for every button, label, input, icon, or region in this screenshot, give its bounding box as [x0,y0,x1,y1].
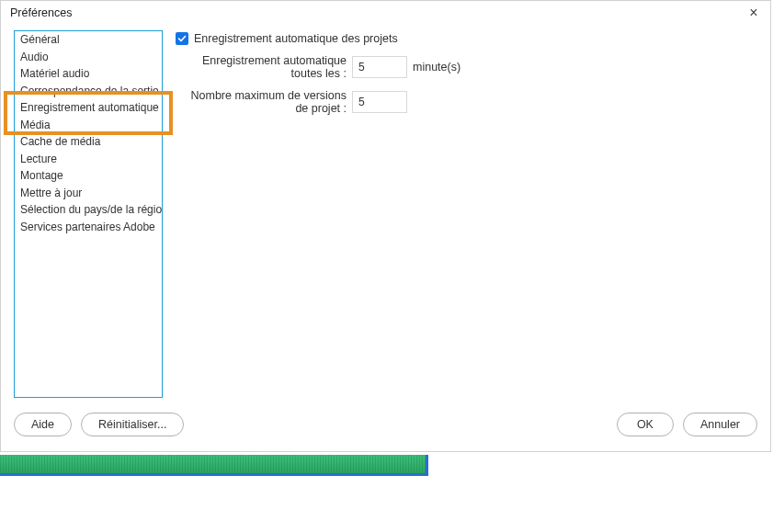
sidebar-item-playback[interactable]: Lecture [15,151,162,168]
sidebar-item-audio[interactable]: Audio [15,49,162,66]
ok-button[interactable]: OK [617,413,674,436]
sidebar-item-media-cache[interactable]: Cache de média [15,133,162,151]
maxversions-row: Nombre maximum de versions de projet : [176,89,761,115]
interval-unit: minute(s) [413,61,460,74]
interval-row: Enregistrement automatique toutes les : … [176,54,761,80]
sidebar-item-autosave[interactable]: Enregistrement automatique [15,99,162,117]
dialog-header: Préférences × [1,1,770,25]
help-button[interactable]: Aide [14,413,72,436]
dialog-footer: Aide Réinitialiser... OK Annuler [1,409,770,446]
autosave-checkbox-row: Enregistrement automatique des projets [176,32,761,45]
footer-left: Aide Réinitialiser... [14,413,184,436]
maxversions-label: Nombre maximum de versions de projet : [176,89,347,115]
close-icon[interactable]: × [745,6,763,20]
preferences-dialog: Préférences × Général Audio Matériel aud… [0,0,771,452]
sidebar-item-update[interactable]: Mettre à jour [15,185,162,202]
cancel-button[interactable]: Annuler [683,413,757,436]
preferences-sidebar: Général Audio Matériel audio Corresponda… [14,30,163,398]
sidebar-item-audio-output-mapping[interactable]: Correspondance de la sortie audio [15,83,162,100]
waveform-strip [0,455,428,476]
autosave-checkbox[interactable] [176,32,188,45]
sidebar-item-audio-hardware[interactable]: Matériel audio [15,65,162,83]
interval-input[interactable] [352,56,407,78]
sidebar-item-partner-services[interactable]: Services partenaires Adobe [15,219,162,236]
reset-button[interactable]: Réinitialiser... [81,413,184,436]
autosave-checkbox-label: Enregistrement automatique des projets [194,32,398,45]
footer-right: OK Annuler [617,413,757,436]
sidebar-item-region[interactable]: Sélection du pays/de la région [15,201,162,219]
dialog-body: Général Audio Matériel audio Corresponda… [1,25,770,409]
form-area: Enregistrement automatique des projets E… [176,30,761,405]
sidebar-item-media[interactable]: Média [15,117,162,134]
maxversions-input[interactable] [352,91,407,113]
sidebar-item-timeline[interactable]: Montage [15,167,162,185]
dialog-title: Préférences [10,6,72,19]
interval-label: Enregistrement automatique toutes les : [176,54,347,80]
sidebar-item-general[interactable]: Général [15,31,162,49]
